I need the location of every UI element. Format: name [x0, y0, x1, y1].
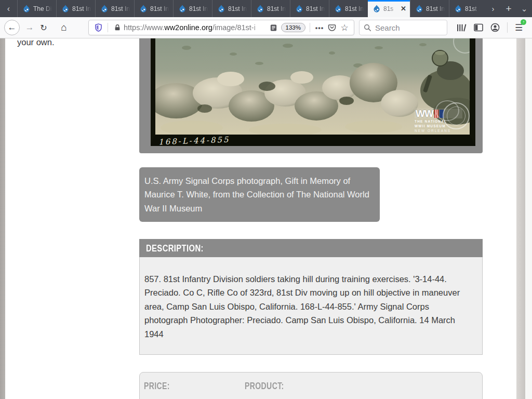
tab-title: The Di: [33, 5, 53, 12]
tab-81st-infantry[interactable]: 81st In: [95, 0, 134, 17]
left-window-edge: [0, 38, 5, 399]
sidebars-icon[interactable]: [474, 23, 483, 32]
tab-title: 81st In: [189, 5, 209, 12]
drupal-favicon-icon: [217, 5, 225, 13]
description-label: DESCRIPTION:: [146, 239, 204, 257]
chevron-right-icon: ›: [492, 4, 495, 13]
tab-title: 81st In: [426, 5, 446, 12]
reader-mode-icon[interactable]: [268, 21, 280, 34]
right-background-pane: [525, 38, 532, 399]
plus-icon: +: [506, 3, 511, 14]
page-actions-icon[interactable]: •••: [313, 21, 326, 34]
divider: [310, 23, 310, 32]
tab-81st-infantry[interactable]: 81st In: [56, 0, 95, 17]
menu-button[interactable]: ☰ ↑: [515, 22, 523, 33]
intro-text-fragment: your own.: [17, 37, 55, 47]
back-arrow-icon: ←: [8, 22, 17, 33]
library-icon[interactable]: [457, 23, 467, 32]
new-tab-button[interactable]: +: [501, 3, 516, 15]
list-all-tabs-button[interactable]: ⌄: [516, 4, 532, 14]
divider: [108, 23, 108, 32]
drupal-favicon-icon: [100, 5, 109, 13]
zoom-level-button[interactable]: 133%: [281, 23, 305, 32]
scroll-tabs-right-button[interactable]: ›: [485, 4, 501, 13]
lock-icon[interactable]: [111, 21, 124, 34]
tab-title: 81st In: [345, 5, 365, 12]
chevron-down-icon: ⌄: [521, 4, 528, 13]
purchase-section: PRICE: PRODUCT:: [139, 372, 483, 399]
drupal-favicon-icon: [334, 5, 342, 13]
scroll-tabs-left-button[interactable]: ‹: [0, 0, 17, 17]
price-field[interactable]: PRICE:: [144, 381, 232, 399]
film-number-caption: 168-L-44-855: [158, 135, 230, 147]
signal-corps-stamp-icon: [443, 102, 470, 129]
url-text: https://www.ww2online.org/image/81st-i: [124, 23, 268, 32]
update-available-badge: ↑: [521, 19, 526, 25]
tab-81st-infantry[interactable]: 81st In: [410, 0, 449, 17]
tab-81st-infantry[interactable]: 81st In: [134, 0, 173, 17]
pocket-save-icon[interactable]: [326, 21, 338, 34]
tracking-protection-shield-icon[interactable]: [92, 21, 104, 34]
forward-button[interactable]: →: [23, 22, 36, 33]
description-header: DESCRIPTION:: [139, 239, 483, 257]
page-content: your own.: [0, 38, 532, 399]
drupal-favicon-icon: [256, 5, 264, 13]
home-button[interactable]: ⌂: [56, 22, 72, 33]
url-domain: ww2online.org: [164, 23, 212, 32]
tab-81st-infantry[interactable]: 81st In: [329, 0, 368, 17]
description-section: DESCRIPTION: 857. 81st Infantry Division…: [139, 239, 483, 355]
tab-title: 81st In: [228, 5, 248, 12]
browser-window: ‹ The Di 81st In 81st In 81st In 81st In…: [0, 0, 532, 399]
tab-81st-infantry[interactable]: 81st In: [212, 0, 251, 17]
bookmark-star-icon[interactable]: ☆: [338, 21, 351, 34]
reload-button[interactable]: ↻: [36, 23, 51, 33]
home-icon: ⌂: [61, 22, 66, 33]
drupal-favicon-icon: [178, 5, 187, 13]
search-icon: [364, 24, 371, 32]
tab-81st-infantry-active[interactable]: 81s ✕: [368, 0, 410, 17]
tab-title: 81s: [383, 5, 397, 12]
tab-the-digital[interactable]: The Di: [17, 0, 56, 17]
tab-bar: ‹ The Di 81st In 81st In 81st In 81st In…: [0, 0, 532, 17]
drupal-favicon-icon: [454, 5, 462, 13]
divider: [507, 22, 508, 33]
close-tab-icon[interactable]: ✕: [400, 5, 407, 12]
description-text: 857. 81st Infantry Division soldiers tak…: [139, 257, 483, 355]
tab-81st-infantry[interactable]: 81st In: [173, 0, 212, 17]
drupal-favicon-icon: [373, 5, 381, 13]
tab-title: 81st In: [267, 5, 287, 12]
right-window-edge: [516, 38, 525, 399]
tab-81st-infantry[interactable]: 81st In: [251, 0, 290, 17]
product-label: PRODUCT:: [245, 381, 284, 392]
forward-arrow-icon: →: [25, 22, 34, 33]
back-button[interactable]: ←: [4, 20, 20, 35]
navigation-toolbar: ← → ↻ ⌂ https://www.ww2online.org/image/…: [0, 17, 532, 38]
url-path: /image/81st-i: [212, 23, 256, 32]
drupal-favicon-icon: [22, 5, 31, 13]
tab-title: 81st In: [150, 5, 170, 12]
search-bar[interactable]: [359, 20, 447, 35]
url-scheme: https://www.: [124, 23, 164, 32]
tab-title: 81st I: [465, 5, 480, 12]
tab-81st-infantry[interactable]: 81st I: [449, 0, 483, 17]
drupal-favicon-icon: [415, 5, 423, 13]
watermark-line: NEW ORLEANS: [415, 129, 462, 132]
photo-container: 168-L-44-855 WW THE NATIONAL WWII MUSEUM…: [139, 38, 483, 153]
reload-icon: ↻: [40, 23, 47, 33]
address-bar[interactable]: https://www.ww2online.org/image/81st-i 1…: [88, 20, 354, 35]
archival-photo[interactable]: 168-L-44-855 WW THE NATIONAL WWII MUSEUM…: [151, 38, 475, 146]
photo-credit-box: U.S. Army Signal Corps photograph, Gift …: [139, 167, 380, 222]
account-icon[interactable]: [490, 23, 500, 32]
tab-81st-infantry[interactable]: 81st In: [290, 0, 329, 17]
drupal-favicon-icon: [61, 5, 70, 13]
tab-title: 81st In: [72, 5, 92, 12]
price-label: PRICE:: [144, 381, 170, 392]
tab-title: 81st In: [111, 5, 131, 12]
search-input[interactable]: [375, 23, 432, 32]
tab-title: 81st In: [306, 5, 326, 12]
chevron-left-icon: ‹: [7, 4, 10, 14]
wwii-logo-ww: WW: [416, 109, 433, 118]
drupal-favicon-icon: [139, 5, 148, 13]
product-field[interactable]: PRODUCT:: [245, 381, 471, 399]
museum-watermark: WW THE NATIONAL WWII MUSEUM NEW ORLEANS: [415, 109, 462, 132]
